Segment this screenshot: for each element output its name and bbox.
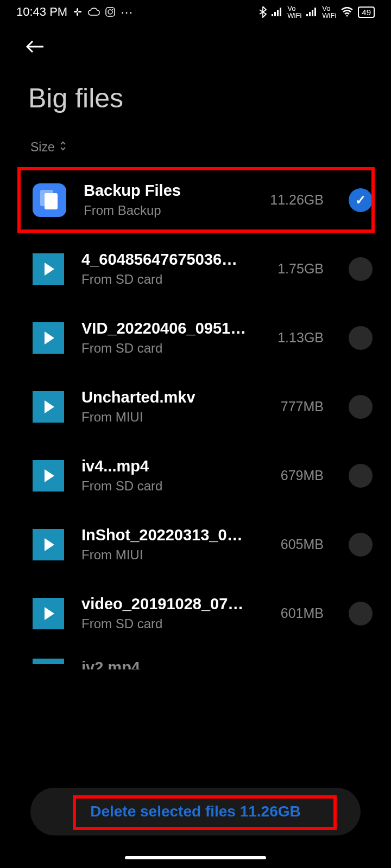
video-icon bbox=[33, 391, 64, 423]
delete-button[interactable]: Delete selected files 11.26GB bbox=[30, 788, 361, 835]
file-name: iv2 mp4 bbox=[81, 659, 140, 669]
svg-rect-0 bbox=[74, 11, 77, 12]
file-info: video_20191028_074…From SD card bbox=[81, 595, 263, 631]
svg-rect-10 bbox=[280, 8, 281, 16]
file-item[interactable]: Uncharted.mkvFrom MIUI777MB bbox=[0, 372, 391, 441]
video-icon bbox=[33, 253, 64, 285]
file-name: video_20191028_074… bbox=[81, 595, 250, 613]
slack-icon bbox=[73, 7, 83, 17]
file-item[interactable]: iv4...mp4From SD card679MB bbox=[0, 441, 391, 510]
file-info: Uncharted.mkvFrom MIUI bbox=[81, 388, 263, 425]
status-bar: 10:43 PM ··· VoWiFi VoWiFi 49 bbox=[0, 0, 391, 24]
file-source: From Backup bbox=[84, 203, 253, 218]
checkbox[interactable] bbox=[349, 602, 373, 626]
file-source: From SD card bbox=[81, 272, 260, 287]
svg-rect-4 bbox=[106, 8, 115, 16]
file-source: From MIUI bbox=[81, 547, 263, 563]
file-size: 11.26GB bbox=[270, 192, 324, 208]
svg-rect-11 bbox=[306, 14, 308, 16]
file-info: 4_60485647675036…From SD card bbox=[81, 251, 260, 287]
file-source: From MIUI bbox=[81, 410, 263, 425]
file-name: InShot_20220313_07… bbox=[81, 526, 250, 544]
svg-rect-3 bbox=[77, 12, 78, 16]
svg-rect-12 bbox=[309, 12, 311, 16]
instagram-icon bbox=[105, 7, 115, 17]
file-name: iv4...mp4 bbox=[81, 457, 250, 475]
svg-rect-9 bbox=[277, 10, 279, 16]
highlight-box bbox=[73, 795, 337, 830]
svg-rect-8 bbox=[274, 12, 276, 16]
bluetooth-icon bbox=[259, 6, 267, 18]
sort-label: Size bbox=[30, 140, 55, 155]
sort-chevron-icon bbox=[59, 140, 67, 155]
video-icon bbox=[33, 659, 64, 664]
nav-handle[interactable] bbox=[125, 856, 266, 859]
video-icon bbox=[33, 460, 64, 492]
cloud-icon bbox=[88, 8, 100, 16]
file-info: VID_20220406_0951…From SD card bbox=[81, 320, 260, 356]
file-source: From SD card bbox=[81, 616, 263, 631]
vowifi-icon-1: VoWiFi bbox=[287, 5, 301, 19]
svg-point-5 bbox=[108, 10, 112, 14]
checkbox[interactable] bbox=[349, 326, 373, 350]
file-item[interactable]: 4_60485647675036…From SD card1.75GB bbox=[0, 234, 391, 303]
sort-selector[interactable]: Size bbox=[0, 130, 391, 165]
checkmark-icon: ✓ bbox=[355, 193, 366, 208]
svg-rect-7 bbox=[272, 14, 273, 16]
page-title: Big files bbox=[0, 62, 391, 130]
file-info: iv4...mp4From SD card bbox=[81, 457, 263, 494]
file-name: Uncharted.mkv bbox=[81, 388, 250, 406]
file-item[interactable]: Backup FilesFrom Backup11.26GB✓ bbox=[0, 165, 391, 234]
video-icon bbox=[33, 322, 64, 354]
checkbox[interactable]: ✓ bbox=[349, 188, 373, 212]
file-name: Backup Files bbox=[84, 182, 252, 200]
back-button[interactable] bbox=[0, 24, 391, 62]
file-size: 1.75GB bbox=[278, 261, 324, 277]
svg-rect-14 bbox=[314, 8, 316, 16]
file-item[interactable]: VID_20220406_0951…From SD card1.13GB bbox=[0, 303, 391, 372]
file-size: 777MB bbox=[281, 399, 324, 414]
signal-icon bbox=[271, 7, 283, 17]
file-list: Backup FilesFrom Backup11.26GB✓4_6048564… bbox=[0, 165, 391, 648]
file-size: 679MB bbox=[281, 468, 324, 483]
checkbox[interactable] bbox=[349, 464, 373, 488]
file-name: VID_20220406_0951… bbox=[81, 320, 250, 337]
checkbox[interactable] bbox=[349, 533, 373, 557]
svg-point-6 bbox=[112, 9, 113, 10]
signal-icon-2 bbox=[306, 7, 318, 17]
wifi-icon bbox=[340, 7, 354, 17]
battery-icon: 49 bbox=[358, 7, 375, 18]
file-item-partial[interactable]: iv2 mp4 bbox=[0, 648, 391, 669]
video-icon bbox=[33, 529, 64, 560]
file-size: 1.13GB bbox=[278, 330, 324, 346]
svg-rect-13 bbox=[312, 10, 313, 16]
file-source: From SD card bbox=[81, 341, 260, 356]
checkbox[interactable] bbox=[349, 395, 373, 419]
backup-icon bbox=[33, 183, 66, 217]
svg-rect-1 bbox=[78, 11, 81, 12]
file-size: 601MB bbox=[281, 605, 324, 621]
file-info: InShot_20220313_07…From MIUI bbox=[81, 526, 263, 563]
vowifi-icon-2: VoWiFi bbox=[322, 5, 336, 19]
file-item[interactable]: InShot_20220313_07…From MIUI605MB bbox=[0, 510, 391, 579]
checkbox[interactable] bbox=[349, 257, 373, 281]
file-item[interactable]: video_20191028_074…From SD card601MB bbox=[0, 579, 391, 648]
file-source: From SD card bbox=[81, 478, 263, 494]
file-info: Backup FilesFrom Backup bbox=[84, 182, 253, 218]
video-icon bbox=[33, 598, 64, 629]
file-size: 605MB bbox=[281, 537, 324, 552]
svg-rect-2 bbox=[77, 8, 78, 11]
more-icon: ··· bbox=[121, 4, 133, 20]
svg-point-15 bbox=[346, 15, 348, 17]
file-name: 4_60485647675036… bbox=[81, 251, 250, 269]
status-time: 10:43 PM bbox=[16, 5, 67, 19]
